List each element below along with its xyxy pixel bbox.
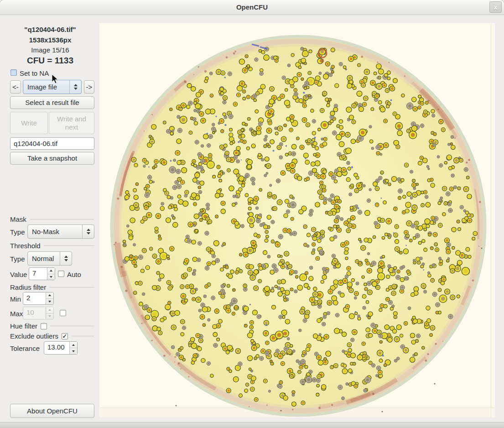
exclude-outliers-checkbox[interactable]: ✓ xyxy=(62,333,68,339)
exclude-outliers-row: Exclude outliers ✓ xyxy=(10,332,94,340)
threshold-section-header: Threshold xyxy=(10,242,94,250)
petri-dish-image-panel[interactable] xyxy=(99,23,495,418)
threshold-value: 7 xyxy=(29,268,47,280)
combo-unfold-icon xyxy=(60,252,72,265)
tolerance-value: 13.00 xyxy=(44,342,69,354)
threshold-auto-label: Auto xyxy=(67,271,81,278)
window-bottom-edge xyxy=(0,422,504,428)
write-and-next-button[interactable]: Write and next xyxy=(49,112,94,134)
threshold-auto-checkbox[interactable] xyxy=(58,271,64,277)
tolerance-spinner[interactable]: 13.00 xyxy=(44,341,78,355)
image-index: Image 15/16 xyxy=(5,46,96,54)
set-to-na-label: Set to NA xyxy=(20,69,49,77)
radius-min-spinner[interactable]: 2 xyxy=(23,292,54,305)
select-result-file-button[interactable]: Select a result file xyxy=(10,96,94,109)
next-image-button[interactable]: -> xyxy=(84,80,94,94)
radius-min-label: Min xyxy=(10,295,21,303)
spinner-arrows-icon[interactable] xyxy=(69,342,77,354)
hue-filter-checkbox[interactable] xyxy=(41,323,47,329)
filename-entry[interactable] xyxy=(10,137,94,150)
threshold-type-value: Normal xyxy=(28,255,60,262)
image-dimensions: 1538x1536px xyxy=(5,36,96,44)
exclude-outliers-label: Exclude outliers xyxy=(10,332,58,340)
hue-filter-row: Hue filter xyxy=(10,322,94,330)
threshold-type-combobox[interactable]: Normal xyxy=(27,251,72,266)
prev-image-button[interactable]: <- xyxy=(10,80,21,94)
radius-filter-section-header: Radius filter xyxy=(10,283,94,291)
radius-max-value: 10 xyxy=(23,307,46,319)
radius-min-value: 2 xyxy=(23,292,46,304)
combo-unfold-icon xyxy=(69,80,81,94)
threshold-type-label: Type xyxy=(10,255,25,263)
title-bar[interactable]: OpenCFU x xyxy=(0,0,504,15)
mask-type-combobox[interactable]: No-Mask xyxy=(27,224,94,239)
opencfu-window: OpenCFU x "q120404-06.tif" 1538x1536px I… xyxy=(0,0,504,428)
threshold-value-label: Value xyxy=(10,271,27,278)
petri-dish-photo[interactable] xyxy=(99,23,495,418)
navigation-mode-value: Image file xyxy=(23,83,69,91)
spinner-arrows-icon[interactable] xyxy=(46,292,53,304)
close-icon[interactable]: x xyxy=(489,1,502,13)
radius-max-enable-checkbox[interactable] xyxy=(60,310,66,316)
combo-unfold-icon xyxy=(82,225,94,238)
cfu-count: CFU = 1133 xyxy=(5,56,96,66)
image-filename-display: "q120404-06.tif" xyxy=(5,26,96,33)
set-to-na-checkbox[interactable] xyxy=(10,69,17,76)
radius-max-spinner[interactable]: 10 xyxy=(23,307,54,319)
tolerance-label: Tolerance xyxy=(10,344,40,352)
radius-max-label: Max xyxy=(10,310,23,318)
write-button[interactable]: Write xyxy=(10,112,48,134)
mouse-cursor xyxy=(52,74,58,84)
hue-filter-label: Hue filter xyxy=(10,322,37,330)
mask-section-header: Mask xyxy=(10,215,94,223)
window-title: OpenCFU xyxy=(0,3,504,11)
spinner-arrows-icon[interactable] xyxy=(47,268,55,280)
spinner-arrows-icon xyxy=(46,307,53,319)
about-opencfu-button[interactable]: About OpenCFU xyxy=(10,404,94,418)
mask-type-value: No-Mask xyxy=(28,228,82,235)
mask-type-label: Type xyxy=(10,228,25,236)
take-snapshot-button[interactable]: Take a snapshot xyxy=(10,152,94,165)
threshold-value-spinner[interactable]: 7 xyxy=(29,267,55,280)
